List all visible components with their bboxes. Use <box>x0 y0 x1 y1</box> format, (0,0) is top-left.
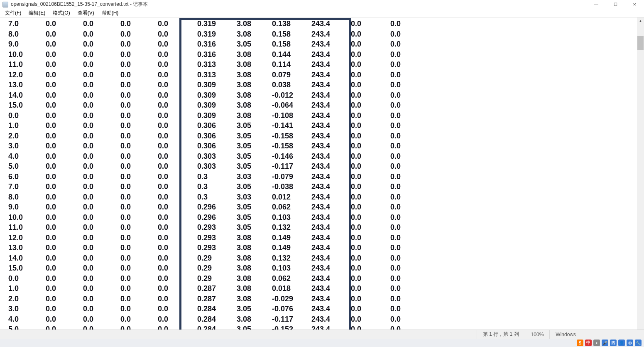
data-cell: 0.3 <box>197 172 237 182</box>
menu-help[interactable]: 帮助(H) <box>98 9 122 17</box>
data-cell: 0.0 <box>120 70 158 80</box>
data-cell: 0.0 <box>120 141 158 151</box>
data-row[interactable]: 10.00.00.00.00.00.3163.080.144243.40.00.… <box>0 49 637 60</box>
data-cell: 243.4 <box>311 59 351 70</box>
data-cell: 0.0 <box>351 121 390 131</box>
data-row[interactable]: 8.00.00.00.00.00.33.030.012243.40.00.0 <box>0 192 637 202</box>
data-cell: 0.284 <box>197 304 237 314</box>
data-cell: 0.0 <box>83 29 120 39</box>
close-button[interactable]: ✕ <box>625 0 644 9</box>
data-cell: 0.0 <box>120 111 158 121</box>
data-row[interactable]: 12.00.00.00.00.00.2933.080.149243.40.00.… <box>0 233 637 243</box>
data-cell: 0.0 <box>158 273 197 284</box>
data-row[interactable]: 7.00.00.00.00.00.3193.080.138243.40.00.0 <box>0 19 637 29</box>
data-cell: 0.0 <box>46 202 83 212</box>
scroll-up-arrow-icon[interactable]: ▲ <box>637 17 644 25</box>
data-cell: 0.0 <box>390 263 430 273</box>
data-cell: 0.0 <box>158 39 197 49</box>
data-cell: 243.4 <box>311 161 351 172</box>
data-cell: 0.0 <box>351 304 390 314</box>
data-cell: 0.0 <box>351 131 390 141</box>
data-row[interactable]: 1.00.00.00.00.00.3063.05-0.141243.40.00.… <box>0 121 637 131</box>
data-row[interactable]: 6.00.00.00.00.00.33.03-0.079243.40.00.0 <box>0 172 637 182</box>
data-row[interactable]: 9.00.00.00.00.00.3163.050.158243.40.00.0 <box>0 39 637 49</box>
menu-format[interactable]: 格式(O) <box>49 9 73 17</box>
data-cell: 0.0 <box>46 161 83 172</box>
data-cell: -0.076 <box>272 304 311 314</box>
data-cell: 0.303 <box>197 161 237 172</box>
data-row[interactable]: 4.00.00.00.00.00.3033.05-0.146243.40.00.… <box>0 151 637 162</box>
tray-settings-icon[interactable]: ⚙ <box>627 340 633 346</box>
data-cell: 0.0 <box>158 294 197 304</box>
data-cell: 0.0 <box>351 283 390 294</box>
data-row[interactable]: 11.00.00.00.00.00.2933.050.132243.40.00.… <box>0 222 637 233</box>
data-cell: 0.319 <box>197 19 237 29</box>
ime-chinese-icon[interactable]: 中 <box>585 340 592 346</box>
data-cell: 15.0 <box>8 100 46 111</box>
data-row[interactable]: 1.00.00.00.00.00.2873.080.018243.40.00.0 <box>0 283 637 294</box>
data-cell: 0.0 <box>120 294 158 304</box>
data-cell: 0.296 <box>197 212 237 223</box>
data-row[interactable]: 7.00.00.00.00.00.33.05-0.038243.40.00.0 <box>0 182 637 192</box>
tray-user-icon[interactable]: 👤 <box>618 340 625 346</box>
microphone-icon[interactable]: 🎤 <box>602 340 608 346</box>
tray-icon[interactable]: • <box>593 340 600 346</box>
data-cell: 243.4 <box>311 39 351 49</box>
data-row[interactable]: 4.00.00.00.00.00.2843.08-0.117243.40.00.… <box>0 314 637 325</box>
data-cell: 243.4 <box>311 222 351 233</box>
data-cell: 0.0 <box>351 70 390 80</box>
data-row[interactable]: 8.00.00.00.00.00.3193.080.158243.40.00.0 <box>0 29 637 39</box>
data-cell: 243.4 <box>311 283 351 294</box>
data-row[interactable]: 5.00.00.00.00.00.3033.05-0.117243.40.00.… <box>0 161 637 172</box>
data-cell: 0.0 <box>83 70 120 80</box>
data-row[interactable]: 2.00.00.00.00.00.2873.08-0.029243.40.00.… <box>0 294 637 304</box>
data-row[interactable]: 2.00.00.00.00.00.3063.05-0.158243.40.00.… <box>0 131 637 141</box>
title-bar[interactable]: opensignals_002106BE1552_15-35-17_conver… <box>0 0 644 9</box>
menu-edit[interactable]: 编辑(E) <box>25 9 49 17</box>
data-cell: 0.132 <box>272 222 311 233</box>
data-row[interactable]: 15.00.00.00.00.00.293.080.103243.40.00.0 <box>0 263 637 273</box>
text-area[interactable]: 7.00.00.00.00.00.3193.080.138243.40.00.0… <box>0 17 644 338</box>
maximize-button[interactable]: ☐ <box>606 0 625 9</box>
data-row[interactable]: 10.00.00.00.00.00.2963.050.103243.40.00.… <box>0 212 637 223</box>
data-cell: 0.0 <box>120 212 158 223</box>
data-cell: 0.0 <box>46 304 83 314</box>
data-row[interactable]: 14.00.00.00.00.00.293.080.132243.40.00.0 <box>0 253 637 263</box>
data-cell: 0.0 <box>390 253 430 263</box>
scroll-thumb[interactable] <box>637 36 644 50</box>
data-row[interactable]: 3.00.00.00.00.00.3063.05-0.158243.40.00.… <box>0 141 637 151</box>
text-content[interactable]: 7.00.00.00.00.00.3193.080.138243.40.00.0… <box>0 17 637 338</box>
data-row[interactable]: 11.00.00.00.00.00.3133.080.114243.40.00.… <box>0 59 637 70</box>
data-cell: 243.4 <box>311 192 351 202</box>
data-cell: 3.03 <box>237 192 272 202</box>
data-row[interactable]: 15.00.00.00.00.00.3093.08-0.064243.40.00… <box>0 100 637 111</box>
data-cell: 0.158 <box>272 39 311 49</box>
data-row[interactable]: 14.00.00.00.00.00.3093.08-0.012243.40.00… <box>0 90 637 101</box>
data-cell: 0.0 <box>158 70 197 80</box>
status-zoom: 100% <box>525 330 550 339</box>
vertical-scrollbar[interactable]: ▲ ▼ <box>637 17 644 338</box>
data-row[interactable]: 9.00.00.00.00.00.2963.050.062243.40.00.0 <box>0 202 637 212</box>
menu-view[interactable]: 查看(V) <box>74 9 98 17</box>
data-cell: 0.018 <box>272 283 311 294</box>
data-cell: 0.0 <box>390 304 430 314</box>
data-cell: 0.0 <box>120 29 158 39</box>
data-row[interactable]: 13.00.00.00.00.00.2933.080.149243.40.00.… <box>0 243 637 253</box>
tray-app-icon[interactable]: 四 <box>610 340 617 346</box>
data-row[interactable]: 0.00.00.00.00.00.3093.08-0.108243.40.00.… <box>0 111 637 121</box>
data-row[interactable]: 3.00.00.00.00.00.2843.05-0.076243.40.00.… <box>0 304 637 314</box>
data-row[interactable]: 12.00.00.00.00.00.3133.080.079243.40.00.… <box>0 70 637 80</box>
data-cell: 0.0 <box>83 192 120 202</box>
ime-sogou-icon[interactable]: S <box>577 340 583 346</box>
data-cell: 3.08 <box>237 29 272 39</box>
data-row[interactable]: 0.00.00.00.00.00.293.080.062243.40.00.0 <box>0 273 637 284</box>
tray-tool-icon[interactable]: 🔧 <box>635 340 642 346</box>
menu-file[interactable]: 文件(F) <box>2 9 24 17</box>
minimize-button[interactable]: — <box>587 0 606 9</box>
data-row[interactable]: 13.00.00.00.00.00.3093.080.038243.40.00.… <box>0 80 637 90</box>
data-cell: 0.0 <box>390 141 430 151</box>
data-cell: 0.0 <box>120 314 158 325</box>
data-cell: 0.0 <box>46 80 83 90</box>
data-cell: 0.0 <box>83 182 120 192</box>
data-cell: 0.0 <box>46 212 83 223</box>
